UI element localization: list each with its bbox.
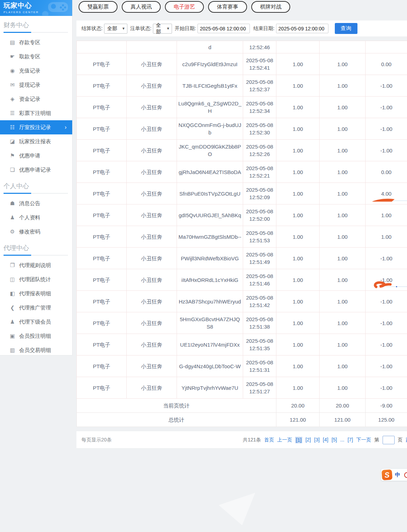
sidebar-item-profile-user[interactable]: ♟个人资料	[0, 210, 72, 225]
cell-game: PT电子	[77, 269, 127, 291]
sidebar-item-member-transaction-list[interactable]: ▥会员交易明细	[0, 343, 72, 357]
start-date-input[interactable]: 2025-05-08 12:00:00	[197, 24, 250, 33]
hall-bet-list-icon: ☷	[8, 124, 16, 131]
lottery-list-icon: ☰	[8, 110, 16, 116]
page-link-4[interactable]: [4]	[323, 437, 328, 443]
bet-date: 2025-05-08	[244, 208, 275, 215]
sidebar-section-title: 代理中心	[0, 239, 72, 254]
settle-status-select[interactable]: 全部 ▼	[104, 24, 127, 34]
cell-game: PT电子	[77, 183, 127, 204]
sidebar-item-agent-promotion-share[interactable]: ❮代理推广管理	[0, 301, 72, 315]
member-bet-clipboard-icon: ▣	[8, 333, 16, 339]
ime-language-toggle[interactable]: 中	[395, 472, 400, 478]
page-link-3[interactable]: [3]	[314, 437, 320, 443]
end-date-input[interactable]: 2025-05-09 12:00:00	[276, 24, 328, 33]
summary-valid: 121.00	[320, 413, 366, 427]
cell-game: PT电子	[77, 334, 127, 355]
sidebar-item-withdrawal-wallet[interactable]: ✉提现记录	[0, 78, 72, 92]
summary-bet: 20.00	[276, 399, 320, 413]
section-underline-accent	[4, 193, 31, 194]
bet-time: 12:51:35	[244, 345, 275, 352]
cell-name: 小丑狂奔	[127, 226, 177, 248]
sidebar-item-agent-team-report[interactable]: ◫代理团队统计	[0, 272, 72, 287]
cell-bet: 1.00	[276, 140, 320, 161]
sidebar-item-agent-members-users[interactable]: ♟代理下级会员	[0, 315, 72, 329]
page-link-下一页[interactable]: 下一页	[356, 437, 371, 443]
sidebar-item-label: 彩票下注明细	[19, 110, 51, 117]
tab-5[interactable]: 棋牌对战	[251, 1, 290, 13]
table-row: PT电子小丑狂奔gdI5QvUURGJEl_5AhBKq2025-05-0812…	[77, 204, 407, 226]
sidebar-item-announcement-bell[interactable]: ☗消息公告	[0, 196, 72, 210]
annotation-swoosh-underline	[371, 197, 397, 203]
cell-valid: 1.00	[320, 334, 366, 355]
sidebar-item-deposit-card[interactable]: ▤存款专区	[0, 35, 72, 50]
page-link-1[interactable]: [1]	[295, 437, 302, 443]
tab-2[interactable]: 真人视讯	[122, 1, 161, 13]
ime-logo-icon[interactable]: S	[382, 469, 392, 480]
page-link-[interactable]: ...	[340, 437, 344, 443]
agent-rules-document-icon: ❐	[8, 262, 16, 268]
sidebar-item-hall-bet-list[interactable]: ☷厅室投注记录›	[0, 120, 72, 134]
game-controller-icon	[42, 1, 69, 16]
page-link-5[interactable]: [5]	[332, 437, 337, 443]
table-summary-row: 总统计121.00121.00125.00	[77, 413, 407, 427]
page-link-上一页[interactable]: 上一页	[277, 437, 292, 443]
cell-result: -1.00	[366, 75, 407, 97]
cell-order: G-dgy4Nz40gLDbTooC-W	[177, 355, 243, 377]
cell-result: -1.00	[366, 140, 407, 161]
bet-date: 2025-05-08	[244, 143, 275, 150]
bet-time: 12:52:09	[244, 193, 275, 201]
page-link-首页[interactable]: 首页	[264, 437, 274, 443]
cell-time: 2025-05-0812:51:42	[243, 291, 276, 312]
chevron-right-icon: ›	[65, 124, 67, 131]
sidebar-item-player-report-chart[interactable]: ◪玩家投注报表	[0, 134, 72, 149]
tab-1[interactable]: 雙贏彩票	[79, 1, 117, 13]
sidebar-item-label: 资金记录	[19, 96, 40, 103]
chevron-down-icon: ▼	[122, 27, 125, 30]
sidebar-item-lottery-list[interactable]: ☰彩票下注明细	[0, 106, 72, 120]
order-status-select[interactable]: 全部 ▼	[153, 24, 172, 34]
table-row: PT电子小丑狂奔5HmGXxGBcvtHA7ZHJQS82025-05-0812…	[77, 312, 407, 334]
sidebar-item-agent-rules-document[interactable]: ❐代理规则说明	[0, 258, 72, 272]
sidebar-item-withdraw-hand[interactable]: ☛取款专区	[0, 50, 72, 64]
tab-4[interactable]: 体育赛事	[208, 1, 247, 13]
page-link-7[interactable]: [7]	[348, 437, 353, 443]
cell-time: 2025-05-0812:51:38	[243, 312, 276, 334]
sidebar-item-label: 玩家投注报表	[19, 138, 51, 145]
ime-partial-icon	[404, 472, 407, 478]
cell-result: -1.00	[366, 248, 407, 269]
table-row: PT电子小丑狂奔PWijll3NRdWefbXBioVG2025-05-0812…	[77, 248, 407, 269]
sidebar-item-funds-purse[interactable]: ◈资金记录	[0, 92, 72, 106]
cell-valid: 1.00	[320, 161, 366, 183]
sidebar-item-password-gear[interactable]: ⚙修改密码	[0, 225, 72, 239]
bet-time: 12:51:27	[244, 388, 275, 395]
cell-time: 2025-05-0812:52:21	[243, 161, 276, 183]
table-row: PT电子小丑狂奔G-dgy4Nz40gLDbTooC-W2025-05-0812…	[77, 355, 407, 377]
page-jump-input[interactable]	[383, 436, 395, 444]
cell-order: c2u9FFIzyGldEt9JmzuI	[177, 53, 243, 75]
search-button[interactable]: 查询	[335, 23, 357, 34]
cell-game: PT电子	[77, 312, 127, 334]
tab-3[interactable]: 电子游艺	[165, 1, 204, 13]
filter-bar: 结算状态: 全部 ▼ 注单状态: 全部 ▼ 开始日期: 2025-05-08 1…	[76, 21, 407, 36]
cell-name: 小丑狂奔	[127, 355, 177, 377]
end-date-label: 结束日期:	[253, 25, 275, 32]
sidebar-item-label: 优惠申请记录	[19, 167, 51, 173]
jump-button[interactable]: 跳转	[406, 437, 407, 443]
sidebar-item-promo-records-list[interactable]: ❏优惠申请记录	[0, 163, 72, 177]
cell-valid: 1.00	[320, 355, 366, 377]
page-link-2[interactable]: [2]	[305, 437, 311, 443]
order-status-value: 全部	[156, 22, 165, 35]
table-row: PT电子小丑狂奔UE1I2eyoN17lV4mjFDXx2025-05-0812…	[77, 334, 407, 355]
cell-game: PT电子	[77, 377, 127, 399]
sidebar-item-member-bet-clipboard[interactable]: ▣会员投注明细	[0, 329, 72, 343]
cell-time: 2025-05-0812:52:30	[243, 118, 276, 140]
sidebar-item-promo-ticket[interactable]: ⚑优惠申请	[0, 149, 72, 163]
summary-result: -9.00	[366, 399, 407, 413]
cell-time: 2025-05-0812:51:46	[243, 269, 276, 291]
sidebar-item-agent-report[interactable]: ◧代理报表明细	[0, 287, 72, 301]
sidebar-item-recharge-moneybag[interactable]: ◉充值记录	[0, 64, 72, 78]
cell-name: 小丑狂奔	[127, 291, 177, 312]
cell-name: 小丑狂奔	[127, 75, 177, 97]
cell-result: -1.00	[366, 291, 407, 312]
